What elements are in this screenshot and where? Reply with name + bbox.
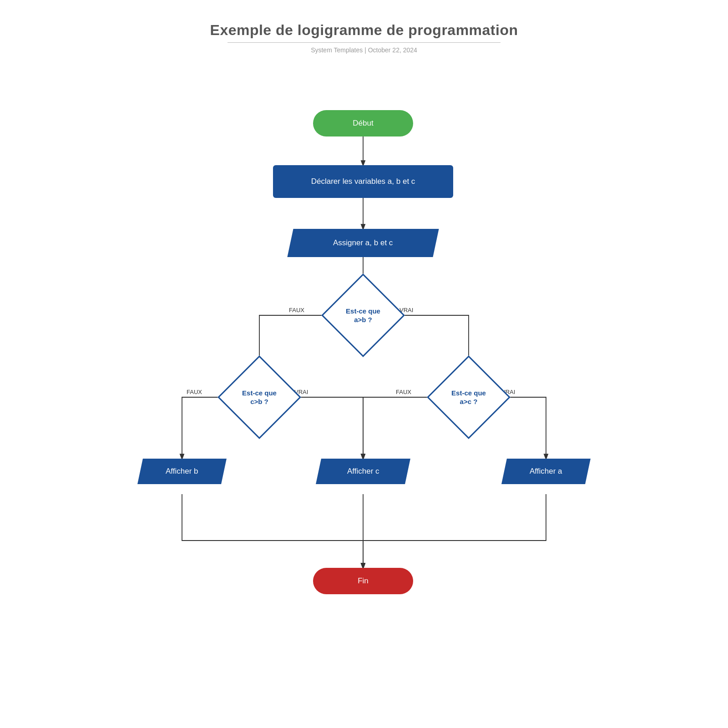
node-fin: Fin [313, 568, 413, 594]
page-header: Exemple de logigramme de programmation S… [210, 22, 518, 54]
node-afficher-a: Afficher a [501, 459, 591, 484]
subtitle-separator: | [364, 46, 368, 54]
flowchart: FAUX VRAI FAUX VRAI FAUX VRAI Début Décl… [114, 67, 614, 682]
subtitle-date: October 22, 2024 [368, 46, 417, 54]
subtitle-source: System Templates [311, 46, 363, 54]
label-faux-3: FAUX [396, 389, 411, 395]
node-debut: Début [313, 110, 413, 136]
label-faux-2: FAUX [187, 389, 202, 395]
node-diamond2: Est-ce quec>b ? [215, 368, 304, 427]
header-divider [228, 42, 500, 43]
node-declare: Déclarer les variables a, b et c [273, 165, 453, 198]
node-afficher-b: Afficher b [137, 459, 227, 484]
node-diamond3: Est-ce quea>c ? [424, 368, 513, 427]
label-faux-1: FAUX [289, 307, 304, 313]
node-afficher-c: Afficher c [316, 459, 410, 484]
node-assign: Assigner a, b et c [287, 229, 439, 257]
page-title: Exemple de logigramme de programmation [210, 22, 518, 39]
node-diamond1: Est-ce quea>b ? [318, 286, 408, 345]
page-subtitle: System Templates | October 22, 2024 [210, 46, 518, 54]
